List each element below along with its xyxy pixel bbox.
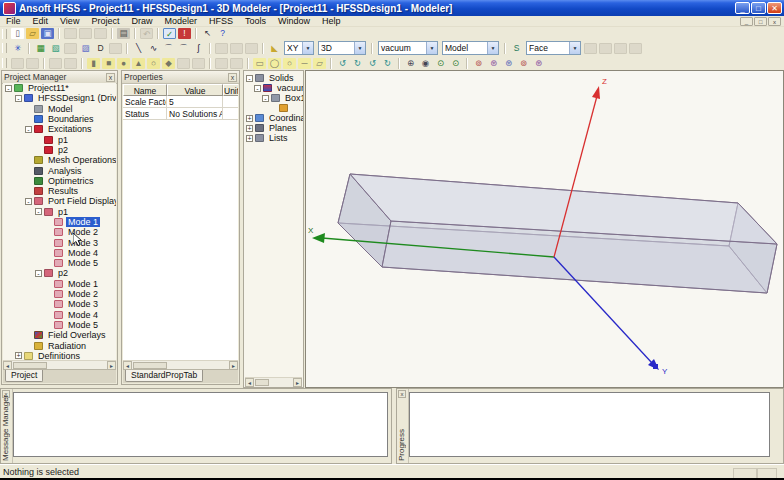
- rotate-view-x-icon[interactable]: ↺: [336, 58, 349, 69]
- menu-item-tools[interactable]: Tools: [239, 16, 272, 27]
- collapse-icon[interactable]: -: [25, 198, 32, 205]
- menu-item-window[interactable]: Window: [272, 16, 316, 27]
- view-orient-left-icon[interactable]: ⊛: [502, 58, 515, 69]
- view-orient-top-icon[interactable]: ⊚: [472, 58, 485, 69]
- model-tree-item-box1[interactable]: -Box1: [244, 93, 303, 103]
- toolbar-grip[interactable]: [2, 29, 7, 39]
- message-manager-content[interactable]: [13, 392, 388, 457]
- collapse-icon[interactable]: -: [35, 270, 42, 277]
- project-tree-item-mode-4[interactable]: Mode 4: [3, 310, 116, 320]
- zoom-in-icon[interactable]: ⊙: [434, 58, 447, 69]
- project-tree-item-p1[interactable]: p1: [3, 134, 116, 144]
- grid-icon[interactable]: ▨: [79, 43, 92, 54]
- collapse-icon[interactable]: -: [25, 126, 32, 133]
- project-tree-item-mode-2[interactable]: Mode 2: [3, 227, 116, 237]
- mdi-minimize-button[interactable]: _: [740, 17, 753, 26]
- model-tree-hscrollbar[interactable]: ◄ ►: [245, 377, 302, 387]
- mdi-restore-button[interactable]: □: [754, 17, 767, 26]
- chevron-down-icon[interactable]: ▼: [569, 42, 580, 54]
- project-tree-item-p1[interactable]: -p1: [3, 207, 116, 217]
- close-icon[interactable]: x: [228, 73, 237, 82]
- tab-project[interactable]: Project: [5, 370, 43, 382]
- project-tree-item-mode-3[interactable]: Mode 3: [3, 299, 116, 309]
- chevron-down-icon[interactable]: ▼: [426, 42, 437, 54]
- property-row-status[interactable]: StatusNo Solutions Ava...: [123, 108, 238, 120]
- draw-spline-icon[interactable]: ∿: [147, 43, 160, 54]
- expand-icon[interactable]: +: [246, 115, 253, 122]
- column-header-name[interactable]: Name: [123, 84, 167, 96]
- project-tree-item-boundaries[interactable]: Boundaries: [3, 114, 116, 124]
- assign-material-icon[interactable]: ▦: [34, 43, 47, 54]
- mdi-close-button[interactable]: x: [768, 17, 781, 26]
- menu-item-modeler[interactable]: Modeler: [158, 16, 203, 27]
- collapse-icon[interactable]: -: [5, 85, 12, 92]
- scroll-thumb[interactable]: [13, 362, 47, 369]
- view-orient-iso-icon[interactable]: ⊛: [532, 58, 545, 69]
- draw-helix-icon[interactable]: ◆: [162, 58, 175, 69]
- movement-mode-dropdown[interactable]: 3D▼: [318, 41, 366, 55]
- context-help-icon[interactable]: ?: [216, 28, 229, 39]
- analyze-icon[interactable]: !: [178, 28, 191, 39]
- minimize-button[interactable]: _: [735, 2, 750, 14]
- model-tree-item-vacuum[interactable]: -vacuum: [244, 83, 303, 93]
- close-button[interactable]: ✕: [767, 2, 782, 14]
- collapse-icon[interactable]: -: [15, 95, 22, 102]
- toolbar-grip[interactable]: [2, 58, 7, 68]
- project-tree-item-port-field-display[interactable]: -Port Field Display: [3, 196, 116, 206]
- help-pointer-icon[interactable]: ↖: [201, 28, 214, 39]
- rotate-view-z-icon[interactable]: ↺: [366, 58, 379, 69]
- project-tree-item-mode-4[interactable]: Mode 4: [3, 248, 116, 258]
- modeler-3d-viewport[interactable]: X Z Y: [305, 70, 784, 388]
- select-by-name-icon[interactable]: S: [510, 43, 523, 54]
- close-icon[interactable]: x: [398, 390, 406, 398]
- model-tree-item-coordinate-s[interactable]: +Coordinate S: [244, 113, 303, 123]
- scroll-left-icon[interactable]: ◄: [245, 378, 254, 387]
- collapse-icon[interactable]: -: [246, 75, 253, 82]
- close-icon[interactable]: x: [106, 73, 115, 82]
- menu-item-edit[interactable]: Edit: [27, 16, 55, 27]
- project-tree-item-mode-5[interactable]: Mode 5: [3, 258, 116, 268]
- menu-item-view[interactable]: View: [54, 16, 85, 27]
- print-icon[interactable]: ▤: [117, 28, 130, 39]
- delete-icon[interactable]: D: [94, 43, 107, 54]
- draw-torus-icon[interactable]: ○: [147, 58, 160, 69]
- chevron-down-icon[interactable]: ▼: [302, 42, 313, 54]
- fit-all-icon[interactable]: ⊕: [404, 58, 417, 69]
- menu-item-draw[interactable]: Draw: [125, 16, 158, 27]
- draw-arc-center-icon[interactable]: ⌒: [162, 43, 175, 54]
- plane-icon[interactable]: ◣: [268, 43, 281, 54]
- draw-cone-icon[interactable]: ▲: [132, 58, 145, 69]
- project-tree-item-radiation[interactable]: Radiation: [3, 340, 116, 350]
- property-value[interactable]: No Solutions Ava...: [167, 108, 223, 120]
- project-tree-item-hfssdesign1-drivenmodal[interactable]: -HFSSDesign1 (DrivenModal): [3, 93, 116, 103]
- model-tree-item-create-box-icon[interactable]: [244, 103, 303, 113]
- collapse-icon[interactable]: -: [262, 95, 269, 102]
- project-tree-item-mode-1[interactable]: Mode 1: [3, 279, 116, 289]
- draw-cylinder-icon[interactable]: ▮: [87, 58, 100, 69]
- validate-icon[interactable]: ✓: [163, 28, 176, 39]
- collapse-icon[interactable]: -: [35, 208, 42, 215]
- project-tree-item-analysis[interactable]: Analysis: [3, 165, 116, 175]
- toolbar-grip[interactable]: [2, 43, 7, 53]
- orbit-view-icon[interactable]: ↻: [381, 58, 394, 69]
- project-tree-item-excitations[interactable]: -Excitations: [3, 124, 116, 134]
- project-tree-item-mode-3[interactable]: Mode 3: [3, 237, 116, 247]
- chevron-down-icon[interactable]: ▼: [354, 42, 365, 54]
- project-tree-item-optimetrics[interactable]: Optimetrics: [3, 176, 116, 186]
- object-type-dropdown[interactable]: Model▼: [442, 41, 499, 55]
- view-orient-right-icon[interactable]: ⊚: [517, 58, 530, 69]
- boundary-display-icon[interactable]: ▧: [49, 43, 62, 54]
- draw-polygon-icon[interactable]: ▱: [313, 58, 326, 69]
- property-row-scale-factor[interactable]: Scale Factor5: [123, 96, 238, 108]
- project-tree-item-mode-1[interactable]: Mode 1: [3, 217, 116, 227]
- fit-selection-icon[interactable]: ◉: [419, 58, 432, 69]
- project-tree-item-results[interactable]: Results: [3, 186, 116, 196]
- menu-item-project[interactable]: Project: [85, 16, 125, 27]
- model-tree-item-lists[interactable]: +Lists: [244, 133, 303, 143]
- draw-ellipse-icon[interactable]: ◯: [268, 58, 281, 69]
- tab-standardproptab[interactable]: StandardPropTab: [125, 370, 203, 382]
- property-value[interactable]: 5: [167, 96, 223, 108]
- restore-button[interactable]: □: [751, 2, 766, 14]
- save-icon[interactable]: ▣: [41, 28, 54, 39]
- project-tree-item-project11[interactable]: -Project11*: [3, 83, 116, 93]
